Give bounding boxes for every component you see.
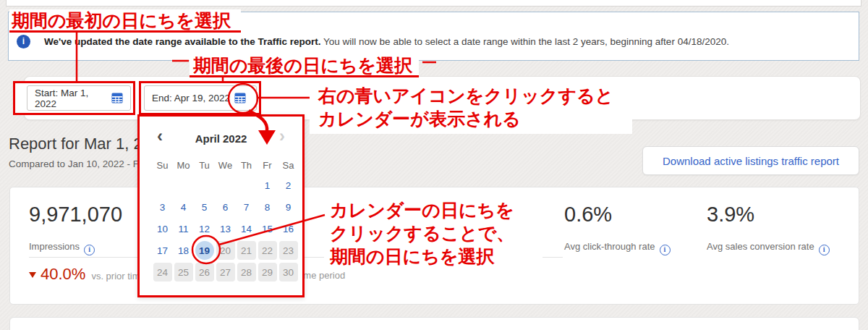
annotation-pick-date-line1: カレンダーの日にちを bbox=[330, 198, 542, 221]
calendar-day-18[interactable]: 18 bbox=[173, 241, 194, 260]
calendar-day-2[interactable]: 2 bbox=[278, 176, 299, 195]
calendar-day-4[interactable]: 4 bbox=[173, 198, 194, 216]
calendar-day-grid: 1234567891011121314151617181920212223242… bbox=[152, 174, 299, 283]
click-through-label-text: Avg click-through rate bbox=[564, 241, 655, 252]
annotation-pick-date-line2: クリックすることで、 bbox=[330, 221, 542, 245]
calendar-day-21: 21 bbox=[237, 241, 256, 260]
impressions-info-icon[interactable]: i bbox=[84, 245, 95, 255]
impressions-label: Impressionsi bbox=[29, 241, 95, 255]
calendar-day-25: 25 bbox=[174, 263, 193, 282]
start-date-label: Start: Mar 1, 2022 bbox=[35, 88, 111, 109]
weekday-label: Mo bbox=[173, 160, 194, 171]
annotation-select-last-day: 期間の最後の日にちを選択 bbox=[190, 54, 419, 77]
calendar-empty-cell bbox=[173, 176, 194, 195]
banner-text: We've updated the date range available t… bbox=[44, 36, 840, 47]
annotation-click-blue-icon-line2: カレンダーが表示される bbox=[318, 107, 632, 130]
calendar-day-8[interactable]: 8 bbox=[257, 198, 278, 216]
calendar-day-14[interactable]: 14 bbox=[236, 219, 257, 238]
calendar-grid-icon[interactable] bbox=[234, 93, 246, 103]
calendar-day-12[interactable]: 12 bbox=[194, 219, 215, 238]
calendar-grid-icon[interactable] bbox=[111, 93, 123, 103]
banner-text-rest: You will now be able to select a date ra… bbox=[321, 36, 729, 47]
calendar-empty-cell bbox=[194, 176, 215, 195]
calendar-day-7[interactable]: 7 bbox=[236, 198, 257, 216]
click-through-label: Avg click-through ratei bbox=[564, 241, 671, 255]
sales-conversion-label-text: Avg sales conversion rate bbox=[707, 241, 814, 252]
calendar-empty-cell bbox=[152, 176, 173, 195]
calendar-day-26: 26 bbox=[195, 263, 214, 282]
next-section-card bbox=[9, 317, 859, 330]
start-date-button[interactable]: Start: Mar 1, 2022 bbox=[27, 85, 131, 111]
sales-conversion-info-icon[interactable]: i bbox=[819, 245, 830, 255]
down-triangle-icon bbox=[29, 272, 36, 278]
calendar-day-23: 23 bbox=[279, 241, 298, 260]
end-date-button[interactable]: End: Apr 19, 2022 bbox=[144, 85, 257, 111]
calendar-day-6[interactable]: 6 bbox=[215, 198, 236, 216]
info-icon: i bbox=[17, 35, 30, 48]
annotation-click-blue-icon-line1: 右の青いアイコンをクリックすると bbox=[318, 84, 632, 107]
calendar-day-1[interactable]: 1 bbox=[257, 176, 278, 195]
calendar-week-row: 3456789 bbox=[152, 196, 299, 218]
download-traffic-report-button[interactable]: Download active listings traffic report bbox=[642, 146, 859, 175]
calendar-empty-cell bbox=[236, 176, 257, 195]
click-through-info-icon[interactable]: i bbox=[660, 245, 671, 255]
calendar-day-29: 29 bbox=[258, 263, 277, 282]
click-through-value: 0.6% bbox=[564, 203, 612, 227]
start-date-annotation-frame: Start: Mar 1, 2022 bbox=[13, 81, 135, 115]
impressions-change-value: 40.0% bbox=[41, 265, 85, 283]
calendar-day-16[interactable]: 16 bbox=[278, 219, 299, 238]
weekday-label: Su bbox=[152, 160, 173, 171]
annotation-pick-date-line3: 期間の日にちを選択 bbox=[330, 245, 542, 268]
calendar-week-row: 24252627282930 bbox=[152, 261, 299, 283]
calendar-week-row: 10111213141516 bbox=[152, 218, 299, 240]
calendar-day-17[interactable]: 17 bbox=[152, 241, 173, 260]
calendar-day-13[interactable]: 13 bbox=[215, 219, 236, 238]
calendar-day-11[interactable]: 11 bbox=[173, 219, 194, 238]
date-picker-popup: ‹ April 2022 › SuMoTuWeThFrSa 1234567891… bbox=[137, 114, 305, 297]
weekday-label: We bbox=[215, 160, 236, 171]
calendar-day-20: 20 bbox=[216, 241, 235, 260]
calendar-day-3[interactable]: 3 bbox=[152, 198, 173, 216]
impressions-label-text: Impressions bbox=[29, 241, 80, 252]
annotation-select-first-day: 期間の最初の日にちを選択 bbox=[9, 9, 241, 33]
annotation-click-blue-icon: 右の青いアイコンをクリックすると カレンダーが表示される bbox=[310, 82, 632, 134]
calendar-empty-cell bbox=[215, 176, 236, 195]
calendar-day-10[interactable]: 10 bbox=[152, 219, 173, 238]
banner-text-bold: We've updated the date range available t… bbox=[44, 36, 321, 47]
weekday-label: Tu bbox=[194, 160, 215, 171]
calendar-day-30: 30 bbox=[279, 263, 298, 282]
impressions-value: 9,971,070 bbox=[29, 203, 122, 227]
end-date-label: End: Apr 19, 2022 bbox=[152, 93, 230, 103]
calendar-day-9[interactable]: 9 bbox=[278, 198, 299, 216]
weekday-label: Th bbox=[236, 160, 257, 171]
annotation-pick-date: カレンダーの日にちを クリックすることで、 期間の日にちを選択 bbox=[324, 197, 542, 270]
calendar-day-15[interactable]: 15 bbox=[257, 219, 278, 238]
calendar-week-row: 12 bbox=[152, 174, 299, 196]
calendar-week-row: 17181920212223 bbox=[152, 240, 299, 261]
calendar-day-28: 28 bbox=[237, 263, 256, 282]
previous-card-bottom-edge bbox=[6, 0, 861, 7]
calendar-day-19[interactable]: 19 bbox=[195, 241, 214, 260]
sales-conversion-label: Avg sales conversion ratei bbox=[707, 241, 830, 255]
calendar-month-label: April 2022 bbox=[140, 132, 302, 145]
weekday-label: Fr bbox=[257, 160, 278, 171]
calendar-next-month-button-disabled: › bbox=[279, 126, 285, 146]
calendar-day-27: 27 bbox=[216, 263, 235, 282]
calendar-day-22: 22 bbox=[258, 241, 277, 260]
calendar-day-24: 24 bbox=[153, 263, 172, 282]
sales-conversion-value: 3.9% bbox=[707, 203, 754, 227]
end-date-annotation-frame: End: Apr 19, 2022 bbox=[139, 81, 261, 115]
weekday-label: Sa bbox=[278, 160, 299, 171]
calendar-day-5[interactable]: 5 bbox=[194, 198, 215, 216]
calendar-weekday-row: SuMoTuWeThFrSa bbox=[152, 160, 299, 171]
